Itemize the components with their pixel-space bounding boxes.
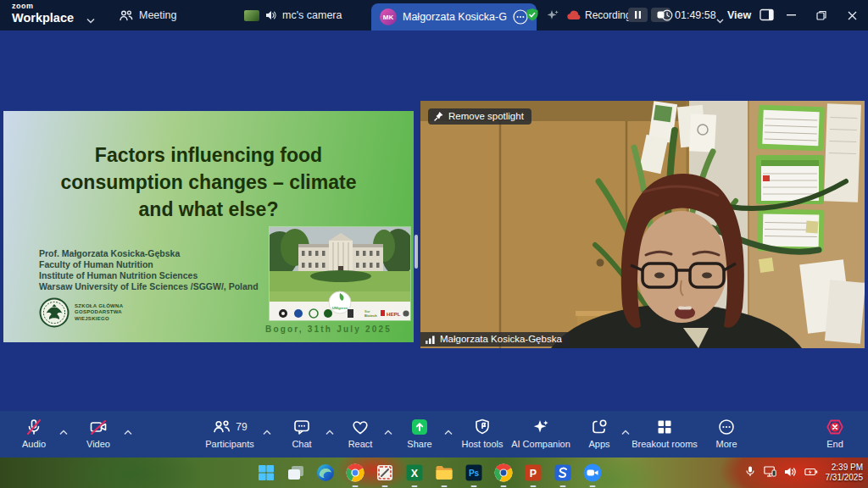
file-explorer-button[interactable] bbox=[434, 463, 454, 483]
unigreen-logo-text: UNIgreen bbox=[332, 306, 348, 310]
audio-button[interactable]: Audio bbox=[14, 417, 54, 449]
react-options-chevron[interactable] bbox=[384, 424, 394, 432]
audio-options-chevron[interactable] bbox=[59, 424, 70, 432]
ellipsis-icon bbox=[717, 418, 736, 436]
apps-button[interactable]: Apps bbox=[580, 417, 619, 449]
participants-options-chevron[interactable] bbox=[263, 424, 273, 432]
chat-options-chevron[interactable] bbox=[326, 424, 336, 432]
chat-button[interactable]: Chat bbox=[281, 417, 322, 449]
start-button[interactable] bbox=[256, 463, 276, 483]
maximize-button[interactable] bbox=[812, 7, 831, 24]
powerpoint-glyph: P bbox=[530, 468, 537, 480]
participant-video-scene bbox=[420, 101, 865, 348]
avatar: MK bbox=[380, 8, 397, 25]
more-label: More bbox=[715, 439, 737, 449]
clock-date: 7/31/2025 bbox=[826, 473, 864, 483]
end-button[interactable]: End bbox=[814, 417, 856, 449]
tray-display-icon[interactable] bbox=[764, 465, 776, 480]
tray-mic-icon[interactable] bbox=[744, 465, 756, 480]
chevron-down-icon bbox=[86, 18, 95, 24]
tray-volume-icon[interactable] bbox=[784, 465, 797, 480]
sparkle-icon bbox=[546, 8, 559, 22]
pane-resize-handle[interactable] bbox=[415, 235, 418, 269]
chrome-browser-button[interactable] bbox=[345, 463, 365, 483]
brand-menu-chevron[interactable] bbox=[86, 12, 95, 27]
powerpoint-button[interactable]: P bbox=[523, 463, 543, 483]
chevron-up-icon bbox=[59, 430, 68, 435]
shield-icon bbox=[473, 418, 492, 436]
host-tools-label: Host tools bbox=[462, 439, 504, 449]
sggw-line3: WIEJSKIEGO bbox=[75, 316, 123, 323]
task-view-button[interactable] bbox=[286, 463, 306, 483]
participants-count: 79 bbox=[236, 421, 247, 433]
pause-recording-button[interactable] bbox=[628, 8, 648, 22]
tab-active-participant[interactable]: MK Małgorzata Kosicka-G bbox=[371, 3, 537, 30]
campus-building-illustration: UNIgreen Sur Biotech HEPL bbox=[270, 227, 410, 320]
slide-title: Factors influencing food consumption cha… bbox=[19, 141, 398, 223]
react-button[interactable]: React bbox=[339, 417, 381, 449]
participants-button[interactable]: 79 Participants bbox=[202, 417, 258, 449]
photoshop-button[interactable]: Ps bbox=[464, 463, 484, 483]
running-indicator bbox=[560, 485, 566, 488]
speaker-icon bbox=[265, 10, 276, 20]
chrome-icon bbox=[345, 463, 365, 483]
zoom-app-button[interactable] bbox=[582, 463, 603, 483]
breakout-rooms-button[interactable]: Breakout rooms bbox=[626, 417, 704, 449]
running-indicator bbox=[590, 485, 596, 488]
ai-companion-button[interactable]: AI Companion bbox=[509, 417, 573, 449]
mic-muted-icon bbox=[25, 418, 43, 436]
maximize-restore-icon bbox=[816, 10, 826, 20]
blue-app-button[interactable] bbox=[553, 463, 573, 483]
clock-time: 2:39 PM bbox=[826, 463, 864, 473]
share-options-chevron[interactable] bbox=[444, 424, 454, 432]
security-shield-button[interactable] bbox=[525, 8, 540, 26]
share-screen-icon bbox=[410, 418, 429, 436]
tab-meeting[interactable]: Meeting bbox=[119, 0, 176, 30]
timer-text: 01:49:58 bbox=[675, 9, 716, 21]
running-indicator bbox=[382, 485, 388, 488]
more-button[interactable]: More bbox=[705, 417, 748, 449]
host-tools-button[interactable]: Host tools bbox=[456, 417, 509, 449]
share-button[interactable]: Share bbox=[398, 417, 441, 449]
tray-battery-icon[interactable] bbox=[804, 465, 818, 480]
camera-muted-icon bbox=[89, 418, 108, 436]
chevron-up-icon bbox=[384, 430, 392, 435]
running-indicator bbox=[501, 485, 507, 488]
react-label: React bbox=[348, 439, 373, 449]
taskbar-clock[interactable]: 2:39 PM 7/31/2025 bbox=[826, 463, 864, 483]
folder-icon bbox=[434, 463, 454, 483]
tab-active-label: Małgorzata Kosicka-G bbox=[403, 11, 507, 23]
photoshop-icon: Ps bbox=[464, 463, 484, 483]
slide-title-line3: and what else? bbox=[19, 196, 398, 223]
excel-glyph: X bbox=[411, 468, 419, 480]
minimize-button[interactable] bbox=[782, 7, 800, 24]
biotech-logo-text: Biotech bbox=[364, 313, 377, 318]
photoshop-glyph: Ps bbox=[469, 469, 480, 478]
hepl-logo-text: HEPL bbox=[387, 311, 401, 317]
edge-browser-button[interactable] bbox=[315, 463, 336, 483]
blue-app-icon bbox=[553, 463, 573, 483]
snipping-tool-button[interactable] bbox=[375, 463, 395, 483]
chat-icon bbox=[292, 418, 311, 436]
slide-footer-date: Bogor, 31th July 2025 bbox=[265, 324, 392, 334]
participant-video-tile[interactable]: Remove spotlight Małgorzata Kosicka-Gębs… bbox=[420, 101, 865, 348]
sggw-line2: GOSPODARSTWA bbox=[75, 309, 123, 316]
video-options-chevron[interactable] bbox=[124, 424, 134, 432]
timer-chevron[interactable] bbox=[716, 12, 724, 27]
tab-camera[interactable]: mc's camera bbox=[244, 0, 342, 30]
tab-camera-label: mc's camera bbox=[282, 9, 342, 21]
excel-button[interactable]: X bbox=[404, 463, 425, 483]
video-label: Video bbox=[86, 439, 110, 449]
close-button[interactable] bbox=[843, 7, 861, 24]
participant-name-label: Małgorzata Kosicka-Gębska bbox=[440, 334, 562, 344]
slide-title-line2: consumption changes – climate bbox=[19, 169, 398, 196]
remove-spotlight-button[interactable]: Remove spotlight bbox=[428, 108, 531, 125]
chrome-profile-button[interactable] bbox=[493, 463, 514, 483]
ai-status-button[interactable] bbox=[546, 8, 559, 25]
view-button[interactable]: View bbox=[727, 9, 751, 21]
chevron-up-icon bbox=[326, 430, 334, 435]
slide-title-line1: Factors influencing food bbox=[19, 141, 398, 169]
view-layout-button[interactable] bbox=[760, 8, 774, 25]
video-button[interactable]: Video bbox=[78, 417, 119, 449]
close-icon bbox=[848, 11, 857, 20]
